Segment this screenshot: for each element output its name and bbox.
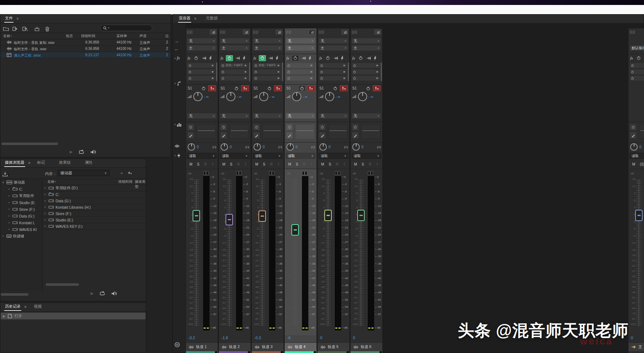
send-power-button[interactable] [298, 85, 306, 91]
prefader-icon[interactable] [334, 56, 338, 60]
fx-slot[interactable]: ▶ [286, 75, 314, 81]
grip-icon[interactable] [629, 30, 635, 34]
power-icon[interactable] [353, 64, 356, 67]
send-gain-knob[interactable] [226, 92, 235, 101]
master-output-select[interactable]: 默认输出> [629, 45, 644, 51]
tree-item[interactable]: >C: [0, 186, 42, 192]
col-samplerate[interactable]: 采样率 [116, 34, 127, 39]
send-power-button[interactable] [200, 86, 207, 91]
fx-slot[interactable]: 未知 : FabFil▶ [253, 63, 281, 68]
fx-scrollbar[interactable] [249, 63, 250, 81]
tree-item[interactable]: >Data (G:) [0, 213, 42, 219]
file-row[interactable]: 临时文件 - 音轨 复制 .wav6:36.85844100 Hz立体声2 [0, 39, 171, 46]
history-entry-open[interactable]: ▶ 打开 [1, 313, 146, 319]
freeze-icon[interactable] [209, 56, 212, 60]
output-select[interactable]: 主> [187, 45, 217, 51]
power-icon[interactable] [221, 64, 224, 67]
pan-knob[interactable] [253, 143, 261, 151]
record-arm-button[interactable]: R [235, 162, 242, 166]
send-target-select[interactable]: 无> [319, 113, 348, 119]
fx-slot[interactable]: ▶ [352, 69, 380, 75]
fx-slot[interactable]: ▶ [253, 69, 281, 75]
back-icon[interactable]: ◄ [119, 171, 123, 175]
clip-indicators[interactable] [203, 171, 209, 175]
clip-indicators[interactable] [269, 171, 274, 175]
fx-slot[interactable]: ▶ [286, 69, 314, 75]
col-duration[interactable]: 持续时间 [81, 34, 95, 39]
fx-scrollbar[interactable] [381, 63, 382, 81]
prefader-icon[interactable] [235, 56, 240, 60]
track-name-row[interactable]: 主 [628, 342, 644, 351]
prefader-icon[interactable] [366, 56, 371, 60]
record-arm-button[interactable]: R [301, 162, 308, 166]
tree-item[interactable]: >Kontakt L [0, 219, 42, 226]
power-icon[interactable] [320, 77, 323, 80]
fx-slot[interactable]: ▶ [629, 69, 644, 75]
freeze-icon[interactable] [275, 56, 279, 60]
record-arm-button[interactable]: R [334, 162, 341, 166]
volume-fader-handle[interactable] [324, 210, 332, 221]
panel-menu-icon[interactable]: ≡ [193, 17, 198, 23]
solo-button[interactable]: S [327, 162, 334, 166]
fx-scrollbar[interactable] [216, 63, 217, 81]
drive-row[interactable]: >C: [42, 191, 146, 198]
output-select[interactable]: 主> [319, 45, 348, 51]
send-prefader-button[interactable] [340, 85, 348, 91]
power-icon[interactable] [631, 70, 634, 74]
eq-edit-button[interactable] [630, 132, 637, 139]
output-select[interactable]: 主> [220, 45, 250, 51]
eq-power-button[interactable] [253, 124, 260, 131]
fx-slot[interactable]: ▶ [187, 69, 215, 75]
power-icon[interactable] [221, 70, 224, 74]
mute-button[interactable]: M [253, 162, 260, 166]
send-target-select[interactable]: 无> [253, 113, 283, 119]
power-icon[interactable] [188, 70, 192, 74]
tab-media-browser[interactable]: 媒体浏览器 [2, 158, 27, 167]
send-prefader-button[interactable] [307, 85, 315, 91]
send-target-select[interactable]: 无> [187, 113, 217, 119]
tab-mixer[interactable]: 混音器 [176, 14, 193, 23]
power-icon[interactable] [632, 126, 635, 129]
power-icon[interactable] [631, 64, 634, 67]
volume-fader-handle[interactable] [357, 210, 365, 221]
volume-fader-handle[interactable] [193, 210, 200, 221]
fx-power-button[interactable] [636, 56, 642, 61]
tab-files[interactable]: 文件 [2, 14, 15, 23]
fx-scrollbar[interactable] [315, 63, 316, 81]
solo-button[interactable]: S [228, 162, 235, 166]
monitor-input-button[interactable]: I [341, 162, 348, 166]
volume-value[interactable]: -0.3 [254, 336, 261, 340]
record-arm-button[interactable]: R [202, 162, 209, 166]
fx-slot[interactable]: ▶ [629, 63, 644, 68]
clip-indicators[interactable] [236, 171, 241, 175]
power-icon[interactable] [221, 77, 224, 80]
fx-power-button[interactable] [292, 55, 299, 61]
eq-edit-button[interactable] [352, 132, 359, 139]
drive-row[interactable]: >常用软件 (D:) [42, 185, 146, 191]
col-channels[interactable]: 声道 [139, 34, 147, 39]
eq-edit-button[interactable] [220, 132, 227, 139]
eq-power-button[interactable] [220, 124, 227, 131]
output-select[interactable]: 主> [352, 45, 381, 51]
fx-slot[interactable]: ▶ [220, 75, 248, 81]
speaker-icon[interactable] [90, 149, 96, 155]
grip-icon[interactable] [220, 30, 225, 34]
send-prefader-button[interactable] [373, 85, 381, 91]
mute-button[interactable]: M [352, 162, 359, 166]
tab-properties[interactable]: 属性 [82, 158, 95, 167]
tree-item-root[interactable]: ∨驱动器 [0, 179, 42, 186]
send-power-button[interactable] [266, 86, 273, 91]
send-prefader-button[interactable] [274, 85, 282, 91]
pan-knob[interactable] [286, 143, 294, 151]
mute-button[interactable]: M [188, 162, 194, 166]
open-folder-icon[interactable] [3, 25, 9, 32]
track-name-row[interactable]: 轨道 5 [318, 342, 349, 351]
freeze-icon[interactable] [341, 56, 344, 60]
batch-icon[interactable] [34, 25, 40, 32]
track-name-row[interactable]: 轨道 3 [252, 342, 284, 351]
power-icon[interactable] [222, 126, 225, 129]
drive-row[interactable]: >WAVES KEY (I:) [42, 223, 146, 230]
prefader-icon[interactable] [268, 56, 273, 60]
drive-row[interactable]: >Store (F:) [42, 210, 146, 217]
files-hscrollbar[interactable] [1, 143, 58, 145]
